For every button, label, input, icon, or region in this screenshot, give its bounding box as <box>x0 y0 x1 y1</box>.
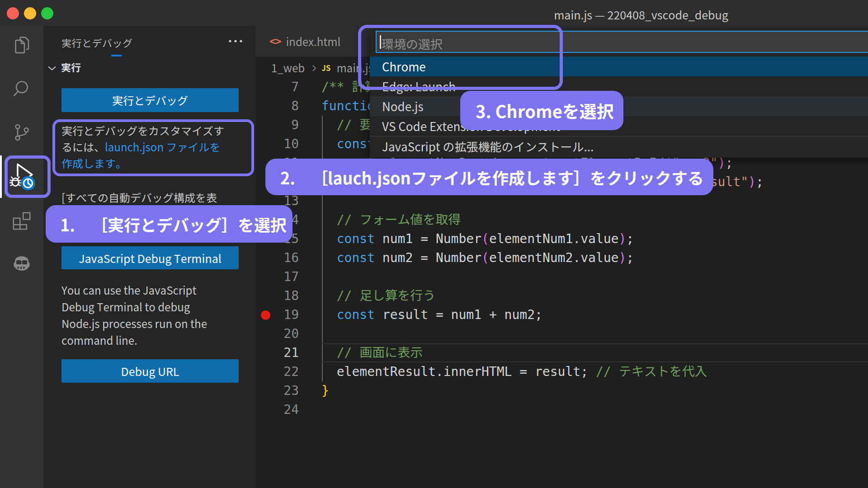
line-number[interactable]: 23 <box>255 381 299 400</box>
customize-hint-line: るには、launch.json ファイルを <box>61 139 251 155</box>
code-token-b2: ( <box>481 250 489 265</box>
search-icon <box>11 79 32 102</box>
code-token-pl <box>321 345 337 360</box>
chevron-down-icon[interactable] <box>47 63 57 69</box>
code-line-18[interactable]: // 足し算を行う <box>321 286 435 305</box>
annotation-step-3: 3. Chromeを選択 <box>460 91 623 130</box>
traffic-light-close-button[interactable] <box>7 7 19 19</box>
code-token-pl <box>321 250 337 265</box>
code-token-pl: ; <box>756 174 764 189</box>
launch-json-link[interactable]: launch.json ファイルを <box>105 139 220 155</box>
sidebar-title: 実行とデバッグ <box>61 35 133 50</box>
breadcrumb-folder[interactable]: 1_web <box>271 60 305 75</box>
text: 実行とデバッグをカスタマイズす <box>61 122 224 138</box>
breakpoint-icon[interactable] <box>261 310 270 320</box>
tab-label: index.html <box>286 33 341 49</box>
code-line-22[interactable]: elementResult.innerHTML = result; // テキス… <box>321 362 707 381</box>
code-token-pl <box>321 288 337 303</box>
customize-hint-line: 作成します。 <box>61 155 251 171</box>
line-number[interactable]: 20 <box>255 324 299 343</box>
code-token-pl: result = num1 + num2; <box>375 307 542 322</box>
code-token-kw: const <box>337 136 375 151</box>
code-token-pl: elementNum2.value <box>489 250 619 265</box>
terminal-description-line: Debug Terminal to debug <box>61 298 207 315</box>
terminal-description-line: Node.js processes run on the <box>61 315 207 332</box>
run-and-debug-sidebar: 実行とデバッグ 実行 実行とデバッグ 実行とデバッグをカスタマイズするには、la… <box>43 26 255 488</box>
code-line-19[interactable]: const result = num1 + num2; <box>321 305 542 324</box>
code-token-pl <box>321 307 337 322</box>
code-token-cm: // テキストを代入 <box>596 364 708 379</box>
line-number[interactable]: 22 <box>255 362 299 381</box>
quick-pick-placeholder: 環境の選択 <box>382 35 443 52</box>
sidebar-item-extensions[interactable] <box>0 200 43 244</box>
code-token-cm: // 画面に表示 <box>337 345 423 360</box>
code-token-pl: num2 = Number <box>375 250 481 265</box>
line-number[interactable]: 21 <box>255 343 299 362</box>
text: るには、 <box>61 139 105 155</box>
activity-bar <box>0 26 43 488</box>
extensions-icon <box>11 211 32 234</box>
quick-pick-item-javascript-[interactable]: JavaScript の拡張機能のインストール... <box>370 136 868 156</box>
section-header-run[interactable]: 実行 <box>61 60 81 74</box>
git-branch-icon <box>11 122 32 145</box>
code-line-16[interactable]: const num2 = Number(elementNum2.value); <box>321 249 634 267</box>
traffic-light-minimize-button[interactable] <box>24 7 36 19</box>
code-token-cm: // 足し算を行う <box>337 288 436 303</box>
code-token-pl: ; <box>626 231 634 246</box>
code-token-pl: elementNum1.value <box>489 231 619 246</box>
line-number[interactable]: 24 <box>255 400 299 419</box>
sidebar-item-source-control[interactable] <box>0 112 43 155</box>
code-token-pl <box>321 136 337 151</box>
code-token-kw: const <box>337 307 375 322</box>
sidebar-item-explorer[interactable] <box>0 25 43 68</box>
code-token-cm: // フォーム値を取得 <box>337 212 461 227</box>
tab-index-html[interactable]: <> index.html <box>255 26 358 56</box>
active-view-indicator <box>0 155 2 198</box>
view-focus-underline <box>111 55 122 56</box>
breadcrumb-file[interactable]: main.js <box>336 60 373 75</box>
code-token-b2: ) <box>618 231 626 246</box>
code-token-kw: const <box>337 250 375 265</box>
quick-pick-item-chrome[interactable]: Chrome <box>370 56 868 76</box>
code-token-pl <box>321 117 337 132</box>
line-number[interactable]: 8 <box>255 97 299 116</box>
annotation-step-1: 1. ［実行とデバッグ］を選択 <box>46 205 292 243</box>
line-number[interactable]: 16 <box>255 249 299 267</box>
sidebar-item-copilot[interactable] <box>0 243 43 286</box>
terminal-description-line: You can use the JavaScript <box>61 282 207 298</box>
terminal-description-text: You can use the JavaScriptDebug Terminal… <box>61 282 207 348</box>
line-number[interactable]: 18 <box>255 286 299 305</box>
code-token-pl <box>321 212 337 227</box>
sidebar-item-search[interactable] <box>0 68 43 112</box>
run-and-debug-button[interactable]: 実行とデバッグ <box>61 88 239 112</box>
more-actions-icon[interactable] <box>226 36 245 47</box>
traffic-light-zoom-button[interactable] <box>41 7 53 19</box>
code-line-15[interactable]: const num1 = Number(elementNum1.value); <box>321 230 634 249</box>
code-token-pl: ; <box>626 250 634 265</box>
launch-json-link[interactable]: 作成します。 <box>61 155 127 171</box>
debug-url-button[interactable]: Debug URL <box>61 359 239 383</box>
line-number[interactable]: 17 <box>255 267 299 286</box>
code-line-21[interactable]: // 画面に表示 <box>321 343 423 362</box>
text-cursor <box>380 35 381 49</box>
code-line-14[interactable]: // フォーム値を取得 <box>321 211 461 230</box>
code-token-pl: num1 = Number <box>375 231 481 246</box>
js-file-icon: JS <box>321 62 330 73</box>
quick-pick-input[interactable]: 環境の選択 <box>376 31 868 53</box>
line-number[interactable]: 9 <box>255 116 299 135</box>
code-token-b2: ) <box>748 174 756 189</box>
line-number[interactable]: 10 <box>255 135 299 154</box>
files-icon <box>11 35 32 58</box>
code-line-23[interactable]: } <box>321 381 329 400</box>
code-token-b2: ( <box>481 231 489 246</box>
customize-hint-line: 実行とデバッグをカスタマイズす <box>61 122 251 139</box>
auto-debug-config-text[interactable]: [すべての自動デバッグ構成を表 <box>61 189 217 205</box>
code-token-b2: ) <box>618 250 626 265</box>
terminal-description-line: command line. <box>61 332 207 348</box>
line-number[interactable]: 7 <box>255 78 299 97</box>
window-title: main.js — 220408_vscode_debug <box>554 6 728 23</box>
sidebar-item-run-and-debug[interactable] <box>0 155 43 198</box>
js-debug-terminal-button[interactable]: JavaScript Debug Terminal <box>61 246 239 269</box>
copilot-icon <box>11 253 32 276</box>
chevron-right-icon <box>311 60 317 76</box>
